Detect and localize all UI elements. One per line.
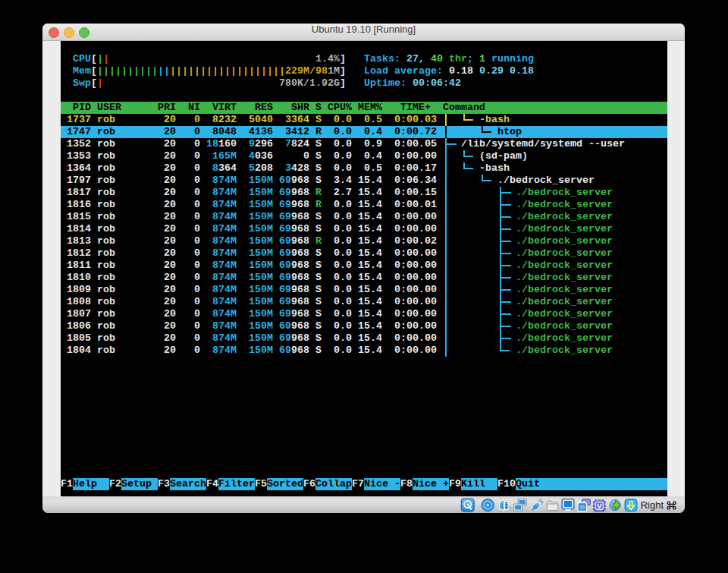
svg-text:V: V	[597, 502, 602, 510]
